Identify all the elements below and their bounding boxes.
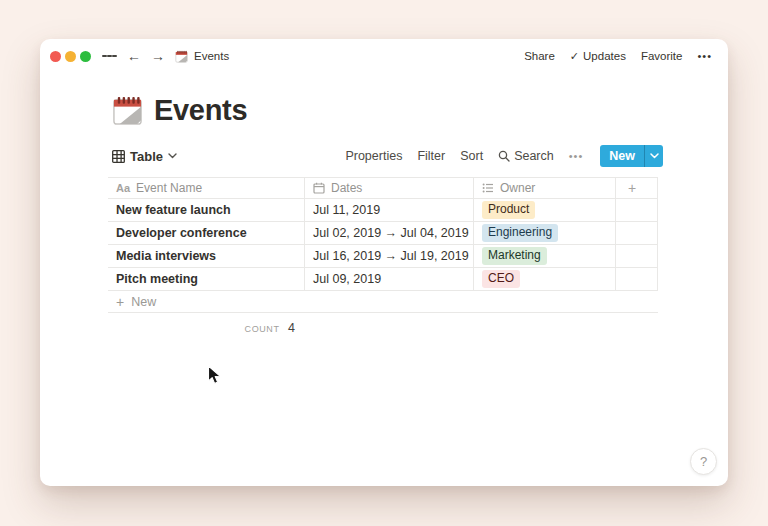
updates-button[interactable]: ✓Updates	[570, 50, 626, 63]
dates-cell[interactable]: Jul 02, 2019 → Jul 04, 2019	[305, 222, 474, 244]
new-record-dropdown-button[interactable]	[644, 145, 663, 167]
search-label: Search	[514, 149, 554, 163]
new-record-button[interactable]: New	[600, 145, 644, 167]
dates-cell[interactable]: Jul 16, 2019 → Jul 19, 2019	[305, 245, 474, 267]
select-property-icon	[482, 182, 494, 194]
column-label: Owner	[500, 181, 535, 195]
count-value: 4	[288, 321, 295, 335]
table-footer-count[interactable]: COUNT 4	[108, 313, 305, 335]
sort-button[interactable]: Sort	[460, 149, 483, 163]
traffic-lights	[50, 51, 91, 62]
breadcrumb-page-title: Events	[194, 50, 229, 62]
spiral-calendar-icon	[175, 50, 188, 63]
owner-tag: Engineering	[482, 224, 558, 242]
search-icon	[498, 150, 510, 162]
column-header-owner[interactable]: Owner	[474, 178, 616, 198]
check-icon: ✓	[570, 50, 579, 63]
owner-cell[interactable]: CEO	[474, 268, 616, 290]
column-header-dates[interactable]: Dates	[305, 178, 474, 198]
view-bar: Table Properties Filter Sort Search •••	[108, 144, 663, 168]
empty-cell[interactable]	[616, 199, 658, 221]
share-button[interactable]: Share	[524, 50, 555, 62]
owner-tag: Marketing	[482, 247, 547, 265]
sidebar-toggle-button[interactable]	[102, 53, 117, 59]
search-button[interactable]: Search	[498, 149, 554, 163]
dates-cell[interactable]: Jul 09, 2019	[305, 268, 474, 290]
page-icon-spiral-calendar[interactable]	[112, 95, 143, 126]
table-grid-icon	[112, 150, 125, 163]
zoom-window-button[interactable]	[80, 51, 91, 62]
owner-tag: Product	[482, 201, 535, 219]
table-row: New feature launch Jul 11, 2019 Product	[108, 199, 658, 222]
page-header: Events	[112, 94, 728, 127]
dates-cell[interactable]: Jul 11, 2019	[305, 199, 474, 221]
plus-icon: +	[628, 180, 636, 196]
empty-cell[interactable]	[616, 245, 658, 267]
empty-cell[interactable]	[616, 268, 658, 290]
empty-cell[interactable]	[616, 222, 658, 244]
page-title[interactable]: Events	[154, 94, 247, 127]
view-tab-label: Table	[130, 149, 163, 164]
owner-cell[interactable]: Marketing	[474, 245, 616, 267]
breadcrumb[interactable]: Events	[175, 50, 229, 63]
add-row-label: New	[131, 295, 156, 309]
calendar-icon	[313, 182, 325, 194]
event-name-cell[interactable]: Media interviews	[108, 245, 305, 267]
help-button[interactable]: ?	[690, 448, 717, 475]
add-column-button[interactable]: +	[616, 178, 658, 198]
table-row: Media interviews Jul 16, 2019 → Jul 19, …	[108, 245, 658, 268]
table-view-tab[interactable]: Table	[108, 149, 177, 164]
event-name-cell[interactable]: New feature launch	[108, 199, 305, 221]
view-bar-actions: Properties Filter Sort Search ••• New	[345, 145, 663, 167]
table-row: Pitch meeting Jul 09, 2019 CEO	[108, 268, 658, 291]
favorite-button[interactable]: Favorite	[641, 50, 683, 62]
minimize-window-button[interactable]	[65, 51, 76, 62]
table-header-row: Aa Event Name Dates	[108, 177, 658, 199]
more-options-icon[interactable]: •••	[697, 50, 712, 62]
text-property-icon: Aa	[116, 182, 130, 194]
add-row-button[interactable]: + New	[108, 291, 658, 313]
table-row: Developer conference Jul 02, 2019 → Jul …	[108, 222, 658, 245]
plus-icon: +	[116, 294, 124, 310]
help-label: ?	[700, 454, 707, 469]
events-table: Aa Event Name Dates	[108, 177, 658, 335]
owner-tag: CEO	[482, 270, 520, 288]
forward-arrow-icon[interactable]: →	[151, 49, 165, 63]
new-record-split-button: New	[600, 145, 663, 167]
chevron-down-icon	[168, 153, 177, 159]
view-more-options-icon[interactable]: •••	[569, 150, 584, 162]
notion-window: ← → Events Share ✓Updates Fa	[40, 39, 728, 486]
owner-cell[interactable]: Engineering	[474, 222, 616, 244]
event-name-cell[interactable]: Pitch meeting	[108, 268, 305, 290]
column-label: Event Name	[136, 181, 202, 195]
properties-button[interactable]: Properties	[345, 149, 402, 163]
owner-cell[interactable]: Product	[474, 199, 616, 221]
back-arrow-icon[interactable]: ←	[127, 49, 141, 63]
chevron-down-icon	[650, 153, 659, 159]
column-header-event-name[interactable]: Aa Event Name	[108, 178, 305, 198]
count-label: COUNT	[245, 324, 280, 334]
titlebar: ← → Events Share ✓Updates Fa	[40, 39, 728, 73]
event-name-cell[interactable]: Developer conference	[108, 222, 305, 244]
desktop-background: ← → Events Share ✓Updates Fa	[0, 0, 768, 526]
close-window-button[interactable]	[50, 51, 61, 62]
column-label: Dates	[331, 181, 362, 195]
updates-label: Updates	[583, 50, 626, 62]
filter-button[interactable]: Filter	[417, 149, 445, 163]
titlebar-actions: Share ✓Updates Favorite •••	[524, 50, 712, 63]
